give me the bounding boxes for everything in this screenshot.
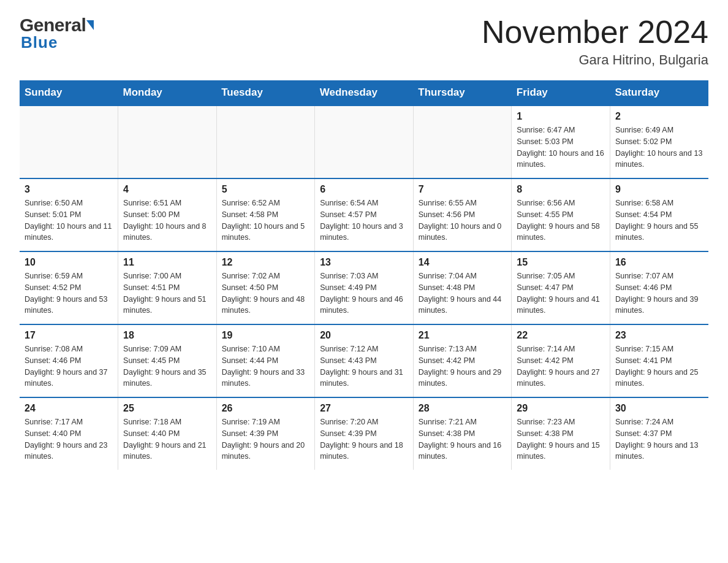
calendar-cell: 19Sunrise: 7:10 AM Sunset: 4:44 PM Dayli… <box>216 324 315 397</box>
day-number: 26 <box>222 403 310 414</box>
calendar-week-row: 24Sunrise: 7:17 AM Sunset: 4:40 PM Dayli… <box>20 397 708 470</box>
day-number: 4 <box>123 184 211 195</box>
calendar-cell: 23Sunrise: 7:15 AM Sunset: 4:41 PM Dayli… <box>610 324 708 397</box>
calendar-cell: 22Sunrise: 7:14 AM Sunset: 4:42 PM Dayli… <box>512 324 610 397</box>
calendar-cell: 11Sunrise: 7:00 AM Sunset: 4:51 PM Dayli… <box>118 251 217 324</box>
calendar-cell: 16Sunrise: 7:07 AM Sunset: 4:46 PM Dayli… <box>610 251 708 324</box>
day-info: Sunrise: 6:51 AM Sunset: 5:00 PM Dayligh… <box>123 197 211 243</box>
day-info: Sunrise: 7:12 AM Sunset: 4:43 PM Dayligh… <box>320 343 408 389</box>
calendar-cell: 6Sunrise: 6:54 AM Sunset: 4:57 PM Daylig… <box>315 178 414 251</box>
day-info: Sunrise: 6:56 AM Sunset: 4:55 PM Dayligh… <box>517 197 605 243</box>
page-header: General Blue November 2024 Gara Hitrino,… <box>20 15 708 68</box>
day-number: 1 <box>517 111 605 122</box>
calendar-table: SundayMondayTuesdayWednesdayThursdayFrid… <box>20 80 708 470</box>
day-number: 11 <box>123 257 211 268</box>
calendar-cell: 26Sunrise: 7:19 AM Sunset: 4:39 PM Dayli… <box>216 397 315 470</box>
day-number: 21 <box>419 330 507 341</box>
day-number: 13 <box>320 257 408 268</box>
day-number: 12 <box>222 257 310 268</box>
day-info: Sunrise: 6:58 AM Sunset: 4:54 PM Dayligh… <box>615 197 703 243</box>
calendar-cell: 21Sunrise: 7:13 AM Sunset: 4:42 PM Dayli… <box>413 324 512 397</box>
day-number: 2 <box>615 111 703 122</box>
calendar-cell: 8Sunrise: 6:56 AM Sunset: 4:55 PM Daylig… <box>512 178 610 251</box>
calendar-cell: 18Sunrise: 7:09 AM Sunset: 4:45 PM Dayli… <box>118 324 217 397</box>
calendar-cell: 29Sunrise: 7:23 AM Sunset: 4:38 PM Dayli… <box>512 397 610 470</box>
day-info: Sunrise: 6:49 AM Sunset: 5:02 PM Dayligh… <box>615 124 703 170</box>
calendar-cell <box>315 105 414 178</box>
calendar-subtitle: Gara Hitrino, Bulgaria <box>482 52 708 68</box>
day-info: Sunrise: 7:09 AM Sunset: 4:45 PM Dayligh… <box>123 343 211 389</box>
calendar-cell: 27Sunrise: 7:20 AM Sunset: 4:39 PM Dayli… <box>315 397 414 470</box>
day-info: Sunrise: 6:54 AM Sunset: 4:57 PM Dayligh… <box>320 197 408 243</box>
col-header-sunday: Sunday <box>20 80 118 105</box>
col-header-saturday: Saturday <box>610 80 708 105</box>
day-number: 14 <box>419 257 507 268</box>
calendar-cell: 20Sunrise: 7:12 AM Sunset: 4:43 PM Dayli… <box>315 324 414 397</box>
day-number: 27 <box>320 403 408 414</box>
calendar-cell <box>118 105 217 178</box>
day-number: 17 <box>25 330 113 341</box>
day-info: Sunrise: 7:18 AM Sunset: 4:40 PM Dayligh… <box>123 416 211 462</box>
calendar-week-row: 17Sunrise: 7:08 AM Sunset: 4:46 PM Dayli… <box>20 324 708 397</box>
day-info: Sunrise: 7:00 AM Sunset: 4:51 PM Dayligh… <box>123 270 211 316</box>
day-info: Sunrise: 7:15 AM Sunset: 4:41 PM Dayligh… <box>615 343 703 389</box>
day-number: 18 <box>123 330 211 341</box>
calendar-cell: 7Sunrise: 6:55 AM Sunset: 4:56 PM Daylig… <box>413 178 512 251</box>
title-block: November 2024 Gara Hitrino, Bulgaria <box>482 15 708 68</box>
day-number: 7 <box>419 184 507 195</box>
col-header-monday: Monday <box>118 80 217 105</box>
day-info: Sunrise: 6:47 AM Sunset: 5:03 PM Dayligh… <box>517 124 605 170</box>
day-info: Sunrise: 7:23 AM Sunset: 4:38 PM Dayligh… <box>517 416 605 462</box>
day-info: Sunrise: 7:07 AM Sunset: 4:46 PM Dayligh… <box>615 270 703 316</box>
calendar-cell: 17Sunrise: 7:08 AM Sunset: 4:46 PM Dayli… <box>20 324 118 397</box>
calendar-cell: 9Sunrise: 6:58 AM Sunset: 4:54 PM Daylig… <box>610 178 708 251</box>
day-info: Sunrise: 6:55 AM Sunset: 4:56 PM Dayligh… <box>419 197 507 243</box>
calendar-cell: 5Sunrise: 6:52 AM Sunset: 4:58 PM Daylig… <box>216 178 315 251</box>
day-number: 6 <box>320 184 408 195</box>
calendar-cell: 24Sunrise: 7:17 AM Sunset: 4:40 PM Dayli… <box>20 397 118 470</box>
col-header-tuesday: Tuesday <box>216 80 315 105</box>
calendar-cell: 1Sunrise: 6:47 AM Sunset: 5:03 PM Daylig… <box>512 105 610 178</box>
day-number: 16 <box>615 257 703 268</box>
day-number: 15 <box>517 257 605 268</box>
calendar-cell: 28Sunrise: 7:21 AM Sunset: 4:38 PM Dayli… <box>413 397 512 470</box>
calendar-cell <box>413 105 512 178</box>
calendar-cell: 14Sunrise: 7:04 AM Sunset: 4:48 PM Dayli… <box>413 251 512 324</box>
calendar-week-row: 10Sunrise: 6:59 AM Sunset: 4:52 PM Dayli… <box>20 251 708 324</box>
calendar-cell <box>216 105 315 178</box>
day-info: Sunrise: 7:10 AM Sunset: 4:44 PM Dayligh… <box>222 343 310 389</box>
day-number: 24 <box>25 403 113 414</box>
day-number: 23 <box>615 330 703 341</box>
day-info: Sunrise: 7:20 AM Sunset: 4:39 PM Dayligh… <box>320 416 408 462</box>
calendar-cell <box>20 105 118 178</box>
calendar-week-row: 3Sunrise: 6:50 AM Sunset: 5:01 PM Daylig… <box>20 178 708 251</box>
logo-general-text: General <box>20 15 86 36</box>
calendar-title: November 2024 <box>482 15 708 50</box>
day-number: 29 <box>517 403 605 414</box>
col-header-wednesday: Wednesday <box>315 80 414 105</box>
day-info: Sunrise: 6:52 AM Sunset: 4:58 PM Dayligh… <box>222 197 310 243</box>
calendar-cell: 2Sunrise: 6:49 AM Sunset: 5:02 PM Daylig… <box>610 105 708 178</box>
calendar-cell: 12Sunrise: 7:02 AM Sunset: 4:50 PM Dayli… <box>216 251 315 324</box>
logo: General Blue <box>20 15 94 52</box>
day-info: Sunrise: 7:02 AM Sunset: 4:50 PM Dayligh… <box>222 270 310 316</box>
day-number: 9 <box>615 184 703 195</box>
day-info: Sunrise: 7:14 AM Sunset: 4:42 PM Dayligh… <box>517 343 605 389</box>
day-number: 30 <box>615 403 703 414</box>
day-info: Sunrise: 7:13 AM Sunset: 4:42 PM Dayligh… <box>419 343 507 389</box>
day-info: Sunrise: 7:21 AM Sunset: 4:38 PM Dayligh… <box>419 416 507 462</box>
day-info: Sunrise: 7:19 AM Sunset: 4:39 PM Dayligh… <box>222 416 310 462</box>
day-info: Sunrise: 7:04 AM Sunset: 4:48 PM Dayligh… <box>419 270 507 316</box>
day-number: 22 <box>517 330 605 341</box>
col-header-friday: Friday <box>512 80 610 105</box>
day-info: Sunrise: 7:03 AM Sunset: 4:49 PM Dayligh… <box>320 270 408 316</box>
calendar-cell: 25Sunrise: 7:18 AM Sunset: 4:40 PM Dayli… <box>118 397 217 470</box>
calendar-cell: 30Sunrise: 7:24 AM Sunset: 4:37 PM Dayli… <box>610 397 708 470</box>
day-number: 20 <box>320 330 408 341</box>
day-info: Sunrise: 7:24 AM Sunset: 4:37 PM Dayligh… <box>615 416 703 462</box>
day-info: Sunrise: 7:08 AM Sunset: 4:46 PM Dayligh… <box>25 343 113 389</box>
day-info: Sunrise: 6:50 AM Sunset: 5:01 PM Dayligh… <box>25 197 113 243</box>
calendar-cell: 15Sunrise: 7:05 AM Sunset: 4:47 PM Dayli… <box>512 251 610 324</box>
logo-blue-text: Blue <box>20 33 94 52</box>
calendar-week-row: 1Sunrise: 6:47 AM Sunset: 5:03 PM Daylig… <box>20 105 708 178</box>
